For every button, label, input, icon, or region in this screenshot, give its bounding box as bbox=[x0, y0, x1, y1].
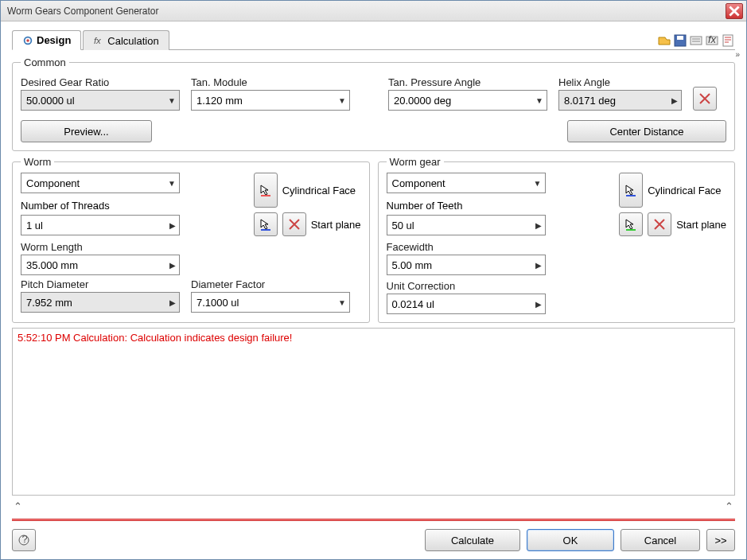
wormgear-legend: Worm gear bbox=[387, 156, 444, 168]
tan-module-value: 1.120 mm bbox=[196, 95, 243, 107]
desired-gear-ratio-label: Desired Gear Ratio bbox=[21, 76, 180, 88]
unit-correction-value: 0.0214 ul bbox=[392, 298, 435, 310]
open-icon[interactable] bbox=[657, 33, 671, 48]
cancel-button[interactable]: Cancel bbox=[621, 529, 700, 551]
helix-angle-edit-button[interactable] bbox=[693, 87, 717, 111]
options-icon[interactable] bbox=[689, 33, 703, 48]
wormgear-group: Worm gear Component ▼ Number of Teeth 50… bbox=[378, 156, 736, 323]
num-threads-field[interactable]: 1 ul ▶ bbox=[21, 215, 180, 235]
close-icon bbox=[729, 6, 740, 17]
svg-rect-5 bbox=[691, 37, 702, 45]
cursor-green-icon bbox=[624, 218, 637, 231]
log-message: 5:52:10 PM Calculation: Calculation indi… bbox=[18, 332, 292, 344]
wormgear-type-value: Component bbox=[392, 177, 445, 189]
toolbar-right: fx bbox=[652, 33, 735, 50]
pencil-cross-icon bbox=[698, 92, 711, 105]
wormgear-cylface-pick-button[interactable] bbox=[619, 173, 643, 208]
chevron-down-icon: ▼ bbox=[338, 298, 346, 307]
chevron-down-icon: ▼ bbox=[535, 96, 543, 105]
chevron-down-icon: ▼ bbox=[168, 96, 176, 105]
diameter-factor-combo[interactable]: 7.1000 ul ▼ bbox=[191, 292, 350, 313]
worm-group: Worm Component ▼ Number of Threads 1 ul … bbox=[12, 156, 370, 323]
facewidth-value: 5.00 mm bbox=[392, 259, 433, 271]
titlebar: Worm Gears Component Generator bbox=[1, 1, 746, 21]
fx-tool-icon[interactable]: fx bbox=[705, 33, 719, 48]
worm-cylface-pick-button[interactable] bbox=[254, 173, 278, 208]
worm-startplane-flip-button[interactable] bbox=[282, 212, 306, 236]
num-teeth-field[interactable]: 50 ul ▶ bbox=[387, 215, 546, 235]
svg-text:fx: fx bbox=[708, 33, 717, 45]
cursor-blue-icon bbox=[259, 218, 272, 231]
worm-startplane-pick-button[interactable] bbox=[254, 212, 278, 236]
desired-gear-ratio-value: 50.0000 ul bbox=[26, 95, 75, 107]
footer: ? Calculate OK Cancel >> bbox=[12, 523, 735, 551]
chevron-right-small-icon: ▶ bbox=[671, 96, 678, 105]
ok-button[interactable]: OK bbox=[527, 529, 614, 551]
wormgear-type-combo[interactable]: Component ▼ bbox=[387, 173, 546, 193]
pitch-diameter-field[interactable]: 7.952 mm ▶ bbox=[21, 292, 180, 313]
chevron-right-small-icon: ▶ bbox=[169, 261, 176, 270]
tabs: Design fx Calculation bbox=[12, 29, 652, 50]
wormgear-startplane-flip-button[interactable] bbox=[648, 212, 671, 236]
window: Worm Gears Component Generator Design fx… bbox=[0, 0, 747, 560]
chevron-right-small-icon: ▶ bbox=[535, 300, 542, 309]
tab-calculation-label: Calculation bbox=[107, 35, 158, 47]
tab-design-label: Design bbox=[37, 34, 71, 46]
chevron-down-icon: ▼ bbox=[534, 179, 542, 188]
chevron-up-right-icon[interactable]: ⌃ bbox=[725, 500, 733, 512]
num-threads-value: 1 ul bbox=[26, 220, 43, 231]
desired-gear-ratio-combo[interactable]: 50.0000 ul ▼ bbox=[21, 90, 180, 111]
cursor-red-icon bbox=[259, 184, 272, 196]
chevron-row: ⌃ ⌃ bbox=[12, 500, 735, 512]
worm-length-label: Worm Length bbox=[21, 241, 361, 253]
tab-design[interactable]: Design bbox=[12, 30, 81, 50]
tan-pressure-angle-combo[interactable]: 20.0000 deg ▼ bbox=[388, 90, 547, 111]
panels: » Common Desired Gear Ratio 50.0000 ul ▼… bbox=[12, 50, 735, 523]
preview-button[interactable]: Preview... bbox=[21, 120, 152, 142]
calculate-button[interactable]: Calculate bbox=[425, 529, 520, 551]
worm-type-value: Component bbox=[26, 177, 80, 189]
tan-module-combo[interactable]: 1.120 mm ▼ bbox=[191, 90, 350, 111]
chevron-right-icon[interactable]: » bbox=[735, 50, 740, 59]
diameter-factor-label: Diameter Factor bbox=[191, 278, 350, 290]
svg-text:fx: fx bbox=[94, 36, 102, 45]
unit-correction-field[interactable]: 0.0214 ul ▶ bbox=[387, 294, 546, 314]
save-icon[interactable] bbox=[673, 33, 687, 48]
chevron-right-small-icon: ▶ bbox=[169, 221, 176, 230]
wormgear-startplane-pick-button[interactable] bbox=[619, 212, 643, 236]
chevron-up-left-icon[interactable]: ⌃ bbox=[14, 500, 22, 512]
tan-module-label: Tan. Module bbox=[191, 76, 350, 88]
center-distance-button[interactable]: Center Distance bbox=[567, 120, 726, 142]
chevron-right-small-icon: ▶ bbox=[169, 298, 176, 307]
svg-rect-4 bbox=[677, 36, 683, 40]
report-icon[interactable] bbox=[721, 33, 735, 48]
worm-length-value: 35.000 mm bbox=[26, 259, 78, 271]
worm-type-combo[interactable]: Component ▼ bbox=[21, 173, 180, 193]
helix-angle-value: 8.0171 deg bbox=[564, 95, 616, 107]
tan-pressure-angle-value: 20.0000 deg bbox=[394, 95, 451, 107]
expand-button[interactable]: >> bbox=[706, 529, 735, 551]
helix-angle-label: Helix Angle bbox=[558, 76, 682, 88]
helix-angle-field[interactable]: 8.0171 deg ▶ bbox=[558, 90, 682, 111]
worm-length-field[interactable]: 35.000 mm ▶ bbox=[21, 255, 180, 275]
tan-pressure-angle-label: Tan. Pressure Angle bbox=[388, 76, 547, 88]
unit-correction-label: Unit Correction bbox=[387, 280, 727, 292]
facewidth-label: Facewidth bbox=[387, 241, 727, 253]
svg-text:?: ? bbox=[22, 535, 28, 545]
svg-point-1 bbox=[26, 39, 29, 42]
flip-icon bbox=[288, 218, 301, 231]
content: Design fx Calculation fx » Common bbox=[1, 21, 746, 559]
svg-rect-8 bbox=[723, 35, 733, 46]
tab-calculation[interactable]: fx Calculation bbox=[83, 30, 169, 50]
chevron-down-icon: ▼ bbox=[168, 179, 176, 188]
num-teeth-label: Number of Teeth bbox=[387, 200, 613, 212]
fx-icon: fx bbox=[93, 35, 104, 46]
help-button[interactable]: ? bbox=[12, 529, 36, 551]
close-button[interactable] bbox=[726, 3, 743, 19]
flip-icon bbox=[653, 218, 666, 231]
help-icon: ? bbox=[18, 535, 29, 546]
worm-legend: Worm bbox=[21, 156, 54, 168]
facewidth-field[interactable]: 5.00 mm ▶ bbox=[387, 255, 546, 275]
window-title: Worm Gears Component Generator bbox=[7, 6, 726, 17]
num-teeth-value: 50 ul bbox=[392, 220, 414, 231]
